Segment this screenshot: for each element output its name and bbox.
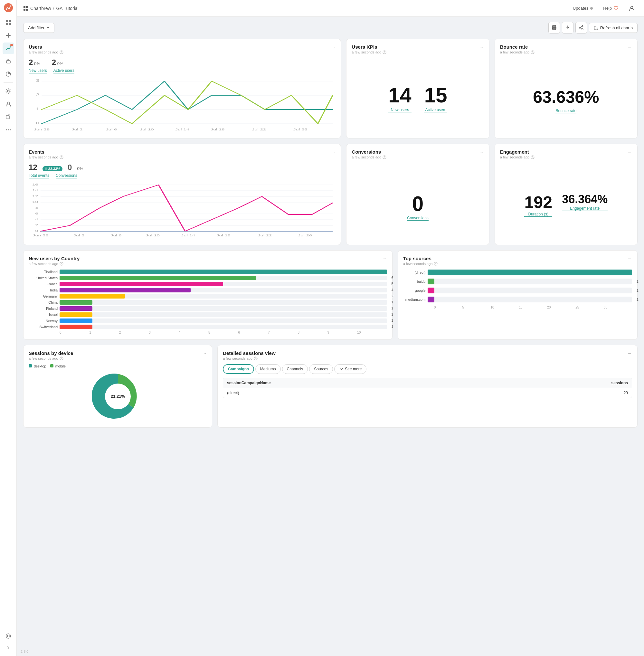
bar-row: United States 6 [29,276,387,280]
eng-duration-val: 192 [524,193,552,212]
sidebar-item-extension[interactable] [3,111,14,123]
events-zero-pct: 0% [77,166,83,171]
bar-label: Thailand [29,270,58,274]
country-card-menu[interactable]: ··· [381,254,388,262]
bar-label: Finland [29,307,58,311]
new-users-label[interactable]: New users [29,68,47,73]
users-kpis-menu[interactable]: ··· [478,43,485,50]
bar-row: China 1 [29,300,387,304]
tab-channels[interactable]: Channels [282,364,308,374]
users-subtitle: a few seconds ago [29,50,336,54]
svg-text:3: 3 [36,79,39,83]
source-bar-row: baidu 1 [403,278,632,285]
bounce-rate-menu[interactable]: ··· [626,43,634,50]
conv-label[interactable]: Conversions [407,216,429,221]
bounce-rate-subtitle: a few seconds ago [500,50,632,54]
sessions-device-subtitle: a few seconds ago [29,357,207,360]
source-bar-row: medium.com 1 [403,297,632,302]
svg-rect-4 [9,23,11,25]
svg-text:Jul 18: Jul 18 [216,234,231,237]
toolbar-right: Refresh all charts [548,22,638,33]
users-card: Users a few seconds ago 2 0% 2 0% [23,39,341,138]
events-subtitle: a few seconds ago [29,155,336,159]
sidebar-item-add[interactable] [3,30,14,41]
desktop-dot [29,364,32,367]
conversions-label[interactable]: Conversions [56,173,77,178]
tab-sources[interactable]: Sources [309,364,333,374]
users-kpis-content: 14 New users 15 Active users [352,58,484,133]
sidebar-item-expand[interactable] [3,642,14,653]
eng-duration-label[interactable]: Duration (s) [524,212,552,217]
table-row: (direct) 29 [223,388,632,398]
bar-fill [60,288,191,292]
svg-point-10 [7,90,9,92]
sidebar-item-more[interactable] [3,124,14,136]
events-card-menu[interactable]: ··· [329,148,337,156]
sidebar-item-plugin[interactable] [3,55,14,67]
row3-grid: New users by Country a few seconds ago T… [23,250,638,340]
country-chart: Thailand United States 6 France 5 India … [29,270,387,334]
sidebar-item-analytics[interactable] [3,43,14,54]
kpi-new-users-label[interactable]: New users [388,108,411,112]
source-bar-val: 1 [637,278,639,285]
user-nav-icon[interactable] [626,3,638,14]
bounce-rate-card: Bounce rate a few seconds ago 63.636% Bo… [495,39,638,138]
sessions-device-menu[interactable]: ··· [200,349,208,357]
conversions-card-menu[interactable]: ··· [478,148,485,156]
svg-line-30 [580,26,582,27]
eng-rate: 36.364% Engagement rate [562,193,607,217]
bounce-rate-title: Bounce rate [500,44,632,50]
sidebar-item-chart[interactable] [3,68,14,80]
svg-text:1: 1 [36,107,39,111]
tab-campaigns[interactable]: Campaigns [223,364,254,374]
svg-text:4: 4 [35,218,38,221]
tab-mediums[interactable]: Mediums [255,364,281,374]
conversions-content: 0 Conversions [352,163,484,240]
kpi-active-users-label[interactable]: Active users [424,108,447,112]
bar-row: Norway 1 [29,318,387,323]
svg-text:Jul 10: Jul 10 [145,234,160,237]
sidebar-item-grid[interactable] [3,17,14,28]
svg-text:0: 0 [35,229,38,232]
source-bar-track: 1 [428,288,632,293]
users-chart: 3 2 1 0 Jun 28 [29,77,336,133]
clock-icon7 [60,262,64,266]
top-sources-card-menu[interactable]: ··· [626,254,634,262]
sidebar-item-settings[interactable] [3,85,14,97]
bar-track: 1 [60,306,387,311]
share-button[interactable] [575,22,587,33]
total-events-label[interactable]: Total events [29,173,49,178]
print-button[interactable] [548,22,560,33]
svg-text:12: 12 [32,195,38,198]
eng-rate-label[interactable]: Engagement rate [562,206,607,211]
bar-label: France [29,282,58,286]
source-bar-fill [428,297,434,302]
updates-button[interactable]: Updates [570,4,595,12]
svg-rect-2 [9,20,11,22]
users-card-menu[interactable]: ··· [329,43,337,50]
svg-point-14 [8,130,9,131]
events-header: 12 33.33% 0 0% [29,163,336,172]
engagement-card-menu[interactable]: ··· [626,148,634,156]
svg-text:0: 0 [36,121,39,125]
active-users-label[interactable]: Active users [53,68,74,73]
bar-val: 1 [392,312,393,316]
help-button[interactable]: Help [600,4,621,12]
download-button[interactable] [562,22,574,33]
svg-text:Jul 18: Jul 18 [211,128,225,131]
kpi-active-users-val: 15 [424,85,447,106]
svg-text:Jul 14: Jul 14 [175,128,189,131]
refresh-all-button[interactable]: Refresh all charts [589,23,638,33]
svg-text:16: 16 [32,183,38,186]
bounce-rate-label[interactable]: Bounce rate [555,109,576,113]
svg-point-29 [579,27,580,28]
sidebar-item-target[interactable] [3,630,14,642]
kpi-new-users-val: 14 [388,85,411,106]
sidebar-item-user[interactable] [3,98,14,110]
tab-see-more[interactable]: See more [334,364,366,374]
add-filter-button[interactable]: Add filter [23,23,54,33]
app-logo[interactable] [3,3,14,13]
detailed-sessions-menu[interactable]: ··· [626,349,634,357]
main-area: Chartbrew / GA Tutorial Updates Help Add… [17,0,644,656]
conversions-title: Conversions [352,149,484,155]
